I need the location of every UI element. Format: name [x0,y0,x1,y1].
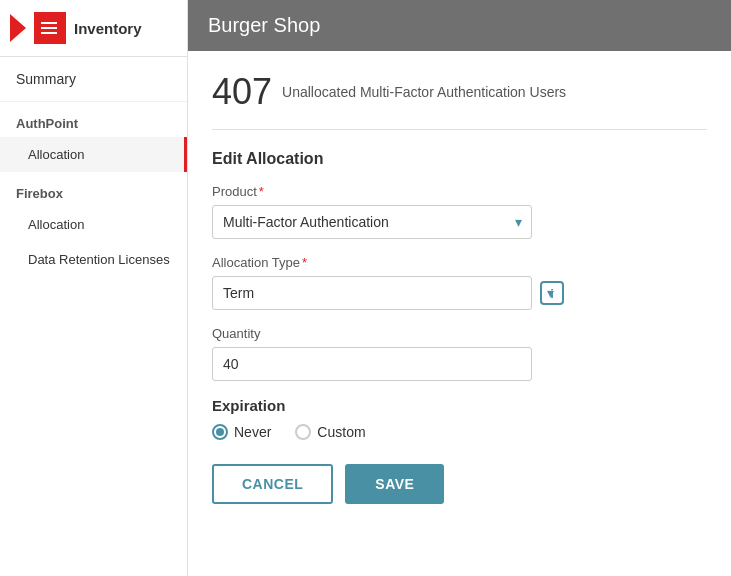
radio-custom-label: Custom [317,424,365,440]
quantity-field-group: Quantity [212,326,707,381]
expiration-section: Expiration Never Custom [212,397,707,440]
info-icon[interactable]: i [540,281,564,305]
main-body: 407 Unallocated Multi-Factor Authenticat… [188,51,731,576]
main-header: Burger Shop [188,0,731,51]
unallocated-label: Unallocated Multi-Factor Authentication … [282,84,566,100]
allocation-type-select[interactable]: Term [212,276,532,310]
sidebar-section-firebox: Firebox [0,172,187,207]
red-arrow-icon [10,14,26,42]
expiration-radio-group: Never Custom [212,424,707,440]
save-button[interactable]: SAVE [345,464,444,504]
allocation-type-select-wrapper: Term ▾ i [212,276,564,310]
radio-option-custom[interactable]: Custom [295,424,365,440]
quantity-input[interactable] [212,347,532,381]
sidebar-item-inventory[interactable]: Inventory [0,0,187,57]
quantity-label: Quantity [212,326,707,341]
unallocated-count: 407 [212,71,272,113]
product-field-group: Product* Multi-Factor Authentication ▾ [212,184,707,239]
radio-never-label: Never [234,424,271,440]
sidebar-item-summary[interactable]: Summary [0,57,187,102]
radio-custom-input[interactable] [295,424,311,440]
allocation-type-label: Allocation Type* [212,255,707,270]
inventory-label: Inventory [74,20,142,37]
product-select-wrapper: Multi-Factor Authentication ▾ [212,205,532,239]
sidebar-item-data-retention[interactable]: Data Retention Licenses [0,242,187,277]
hamburger-menu-icon [34,12,66,44]
sidebar-section-authpoint: AuthPoint [0,102,187,137]
button-row: CANCEL SAVE [212,464,707,504]
radio-never-input[interactable] [212,424,228,440]
radio-option-never[interactable]: Never [212,424,271,440]
main-content: Burger Shop 407 Unallocated Multi-Factor… [188,0,731,576]
sidebar-item-authpoint-allocation[interactable]: Allocation [0,137,187,172]
sidebar-item-firebox-allocation[interactable]: Allocation [0,207,187,242]
edit-allocation-title: Edit Allocation [212,150,707,168]
sidebar: Inventory Summary AuthPoint Allocation F… [0,0,188,576]
expiration-title: Expiration [212,397,707,414]
cancel-button[interactable]: CANCEL [212,464,333,504]
product-select[interactable]: Multi-Factor Authentication [212,205,532,239]
product-label: Product* [212,184,707,199]
page-title: Burger Shop [208,14,320,36]
unallocated-row: 407 Unallocated Multi-Factor Authenticat… [212,71,707,130]
allocation-type-field-group: Allocation Type* Term ▾ i [212,255,707,310]
